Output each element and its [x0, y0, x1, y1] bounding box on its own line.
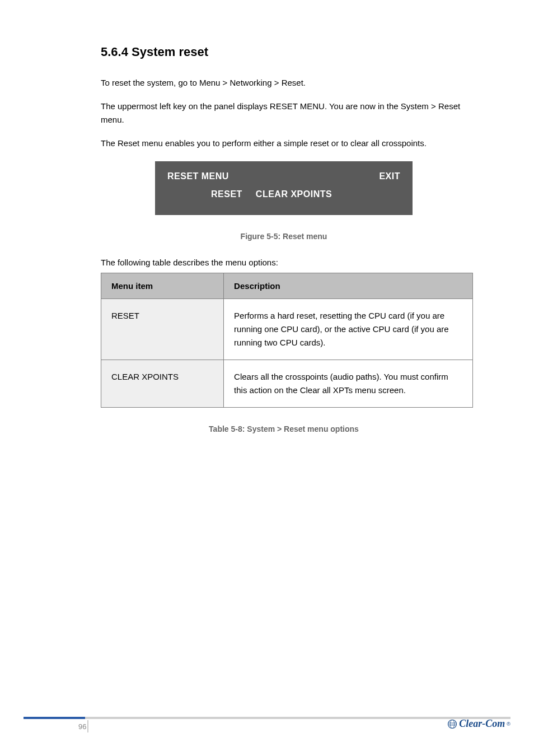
menu-option-clear-xpoints: CLEAR XPOINTS — [256, 189, 332, 199]
footer-bar-accent — [24, 717, 85, 719]
globe-icon — [447, 719, 457, 729]
cell-reset-label: RESET — [101, 299, 224, 360]
table-header-description: Description — [224, 273, 473, 299]
brand-logo: Clear-Com ® — [447, 718, 510, 730]
page-number: 96 — [78, 722, 86, 731]
footer-divider — [87, 720, 88, 732]
table-header-menu-item: Menu item — [101, 273, 224, 299]
table-caption: Table 5-8: System > Reset menu options — [101, 424, 467, 433]
footer-bar-neutral — [85, 717, 510, 719]
table-intro: The following table describes the menu o… — [101, 258, 467, 267]
section-heading: 5.6.4 System reset — [101, 45, 467, 59]
menu-option-reset: RESET — [211, 189, 242, 199]
reset-menu-table: Menu item Description RESET Performs a h… — [101, 273, 473, 408]
reset-menu-box: RESET MENU EXIT RESET CLEAR XPOINTS — [155, 161, 413, 215]
figure-caption: Figure 5-5: Reset menu — [101, 232, 467, 241]
paragraph-reset-description: The Reset menu enables you to perform ei… — [101, 137, 467, 150]
paragraph-reset-path: To reset the system, go to Menu > Networ… — [101, 76, 467, 90]
table-row: CLEAR XPOINTS Clears all the crosspoints… — [101, 360, 473, 408]
cell-clear-xpoints-label: CLEAR XPOINTS — [101, 360, 224, 408]
table-row: RESET Performs a hard reset, resetting t… — [101, 299, 473, 360]
page-footer: 96 Clear-Com ® — [0, 700, 534, 739]
paragraph-reset-menu-key: The uppermost left key on the panel disp… — [101, 100, 467, 127]
menu-exit: EXIT — [379, 171, 400, 181]
cell-clear-xpoints-desc: Clears all the crosspoints (audio paths)… — [224, 360, 473, 408]
menu-title: RESET MENU — [167, 171, 229, 181]
registered-mark: ® — [507, 721, 510, 727]
cell-reset-desc: Performs a hard reset, resetting the CPU… — [224, 299, 473, 360]
brand-name: Clear-Com — [459, 718, 505, 730]
